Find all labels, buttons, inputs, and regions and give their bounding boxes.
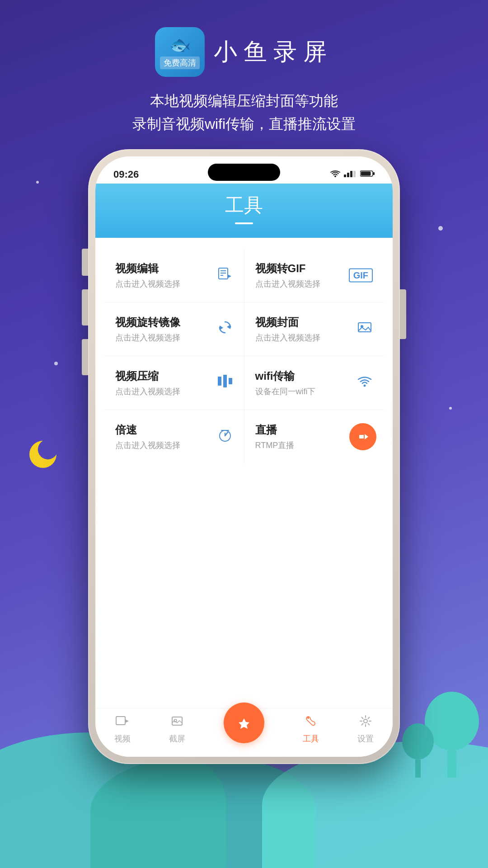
svg-marker-28: [125, 719, 129, 723]
signal-status-icon: [344, 170, 357, 179]
status-time: 09:26: [113, 169, 139, 180]
app-header-bar: 工具: [95, 184, 393, 238]
wifi-icon: [357, 373, 373, 393]
tool-video-edit[interactable]: 视频编辑 点击进入视频选择: [104, 249, 244, 302]
compress-icon: [217, 373, 233, 393]
phone-mockup: 09:26 工具: [88, 149, 400, 764]
nav-tools[interactable]: 工具: [303, 715, 319, 744]
nav-video[interactable]: 视频: [114, 715, 131, 744]
svg-point-0: [334, 175, 336, 177]
tool-compress[interactable]: 视频压缩 点击进入视频选择: [104, 356, 244, 410]
svg-point-32: [307, 717, 309, 719]
app-title: 小鱼录屏: [214, 36, 333, 68]
svg-rect-27: [116, 717, 125, 725]
svg-rect-25: [359, 435, 364, 439]
svg-point-19: [364, 385, 366, 387]
app-subtitle: 本地视频编辑压缩封面等功能 录制音视频wifi传输，直播推流设置: [132, 90, 356, 136]
tool-wifi[interactable]: wifi传输 设备在同一wifi下: [244, 356, 384, 410]
svg-marker-12: [227, 325, 230, 329]
tool-row-1: 视频编辑 点击进入视频选择 视频转GIF 点击进入视频选择 GIF: [104, 249, 384, 302]
tool-rotate[interactable]: 视频旋转镜像 点击进入视频选择: [104, 302, 244, 356]
svg-marker-13: [220, 326, 223, 330]
svg-point-33: [364, 719, 367, 723]
svg-rect-3: [350, 171, 352, 177]
rotate-icon: [217, 319, 233, 339]
svg-rect-7: [373, 172, 375, 175]
svg-rect-14: [358, 323, 371, 332]
nav-video-icon: [115, 715, 130, 731]
title-underline: [235, 222, 253, 224]
tool-video-gif[interactable]: 视频转GIF 点击进入视频选择 GIF: [244, 249, 384, 302]
svg-rect-16: [218, 377, 221, 386]
tool-speed[interactable]: 倍速 点击进入视频选择: [104, 410, 244, 463]
nav-settings[interactable]: 设置: [357, 715, 374, 744]
nav-screenshot[interactable]: 截屏: [169, 715, 185, 744]
svg-rect-18: [229, 378, 232, 384]
nav-screenshot-icon: [171, 715, 183, 731]
svg-rect-4: [353, 171, 356, 177]
tool-grid: 视频编辑 点击进入视频选择 视频转GIF 点击进入视频选择 GIF: [104, 249, 384, 463]
live-fab-button[interactable]: [349, 423, 376, 450]
svg-rect-17: [223, 375, 227, 387]
svg-rect-2: [347, 173, 349, 177]
nav-settings-icon: [359, 715, 372, 731]
tool-row-2: 视频旋转镜像 点击进入视频选择 视频封面 点击进入视频选择: [104, 302, 384, 356]
dynamic-island: [208, 164, 280, 181]
video-edit-icon: [217, 265, 233, 285]
tool-row-4: 倍速 点击进入视频选择 直播 RTMP直播: [104, 410, 384, 463]
app-icon: 🐟 免费高清: [155, 27, 205, 77]
cover-icon: [357, 319, 373, 339]
bottom-navigation: 视频 截屏 工具: [95, 708, 393, 757]
small-tree-decoration: [402, 723, 434, 778]
nav-tools-icon: [305, 715, 317, 731]
svg-rect-6: [361, 171, 371, 175]
page-header: 🐟 免费高清 小鱼录屏 本地视频编辑压缩封面等功能 录制音视频wifi传输，直播…: [0, 0, 488, 136]
wifi-status-icon: [330, 170, 340, 179]
speed-icon: [217, 427, 233, 447]
moon-decoration: [25, 434, 66, 476]
tool-live[interactable]: 直播 RTMP直播: [244, 410, 384, 463]
screen-title: 工具: [95, 193, 393, 218]
nav-fab-center[interactable]: [224, 703, 264, 743]
tool-row-3: 视频压缩 点击进入视频选择 wifi传输 设备在同一wifi下: [104, 356, 384, 410]
svg-rect-1: [344, 175, 346, 177]
tool-cover[interactable]: 视频封面 点击进入视频选择: [244, 302, 384, 356]
gif-badge: GIF: [349, 269, 373, 283]
battery-status-icon: [360, 170, 375, 179]
